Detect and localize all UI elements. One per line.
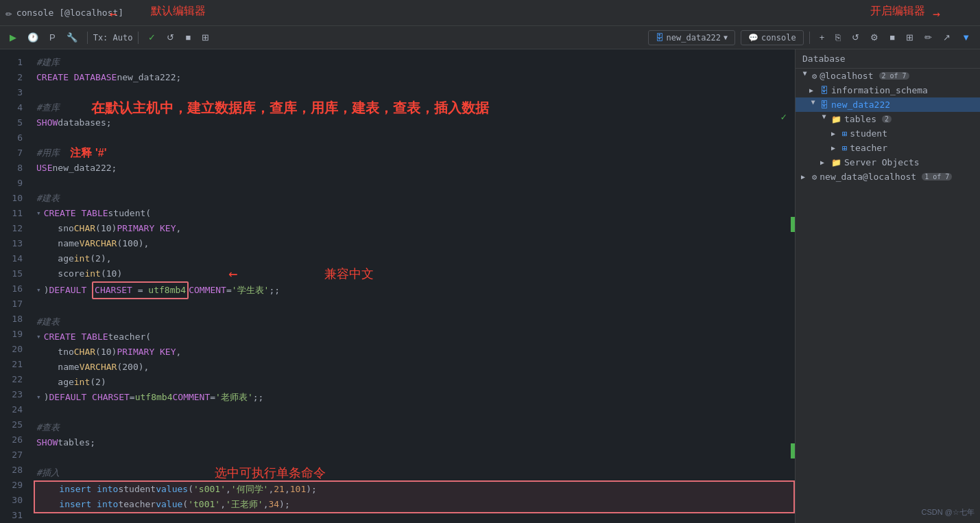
code-line-24	[36, 405, 795, 420]
divider2	[138, 32, 139, 44]
db-icon-tab1: 🗄	[656, 33, 664, 43]
db-filter-button[interactable]: ▼	[957, 30, 975, 45]
arrow-new-data222: ▶	[810, 101, 817, 109]
tree-item-server-objects[interactable]: ▶ 📁 Server Objects	[796, 155, 980, 170]
code-line-20: tno CHAR (10) PRIMARY KEY ,	[36, 345, 795, 360]
code-line-8: USE new_data222;	[36, 161, 795, 176]
code-line-2: CREATE DATABASE new_data222;	[36, 70, 795, 85]
tab2-label: console	[761, 33, 796, 43]
arrow-to-title: ←	[110, 6, 117, 21]
db-icon-info-schema: 🗄	[820, 86, 828, 95]
annotation-open-editor: 开启编辑器	[870, 4, 925, 19]
badge-tables: 2	[882, 115, 892, 123]
console-title: console [@localhost]	[16, 8, 124, 18]
code-line-3	[36, 85, 795, 100]
db-copy-button[interactable]: ⎘	[831, 30, 845, 45]
code-line-21: name VARCHAR (200),	[36, 360, 795, 375]
code-line-30: insert into teacher value ( 't001' , '王老…	[38, 497, 791, 512]
tx-label: Tx: Auto	[93, 33, 133, 43]
label-tables: tables	[844, 114, 876, 124]
code-line-29: insert into student values ( 's001' , '何…	[38, 482, 791, 497]
code-line-16: ▾ ) DEFAULT CHARSET = utf8mb4 COMMENT = …	[36, 281, 795, 299]
code-line-28: #插入 选中可执行单条命令	[36, 465, 795, 480]
annotation-select-run: 选中可执行单条命令	[215, 465, 326, 480]
code-line-1: #建库	[36, 55, 795, 70]
server-icon-new-data-localhost: ⚙	[812, 172, 817, 182]
table-icon-student: ⊞	[842, 129, 847, 139]
code-line-7: #用库 注释 '#'	[36, 146, 795, 161]
code-line-6	[36, 130, 795, 146]
db-config-button[interactable]: ⚙	[866, 30, 883, 45]
stop-button[interactable]: ■	[181, 30, 195, 45]
undo-button[interactable]: ↺	[163, 30, 178, 45]
code-line-5: SHOW databases;	[36, 115, 795, 130]
tab-console[interactable]: 💬 console	[741, 30, 804, 45]
label-teacher: teacher	[850, 143, 887, 153]
folder-icon-tables: 📁	[831, 115, 841, 124]
database-tree[interactable]: ▶ ⚙ @localhost 2 of 7 ▶ 🗄 information_sc…	[796, 69, 980, 523]
tree-item-information-schema[interactable]: ▶ 🗄 information_schema	[796, 83, 980, 97]
top-bar: ✏ console [@localhost] 默认编辑器 ← 开启编辑器 →	[0, 0, 980, 26]
code-line-23: ▾ ) DEFAULT CHARSET = utf8mb4 COMMENT = …	[36, 390, 795, 405]
code-lines: #建库 CREATE DATABASE new_data222; #查库 在默认…	[31, 49, 795, 523]
code-line-15: score int (10) ← 兼容中文	[36, 266, 795, 281]
selected-code-block: insert into student values ( 's001' , '何…	[34, 480, 795, 513]
folder-icon-server-objects: 📁	[831, 158, 841, 167]
code-line-12: sno CHAR (10) PRIMARY KEY ,	[36, 221, 795, 236]
tab-new-data222[interactable]: 🗄 new_data222 ▼	[648, 30, 736, 45]
label-new-data222: new_data222	[831, 100, 890, 110]
tree-item-localhost[interactable]: ▶ ⚙ @localhost 2 of 7	[796, 69, 980, 83]
arrow-tables: ▶	[821, 115, 828, 124]
tab1-arrow: ▼	[724, 34, 728, 41]
editor-area[interactable]: ✓ 12345 678910 1112131415 1617181920 212…	[0, 49, 795, 523]
db-refresh-button[interactable]: ↺	[848, 30, 863, 45]
console-icon-tab2: 💬	[748, 33, 758, 43]
wrench-button[interactable]: 🔧	[62, 30, 82, 45]
db-stop-button[interactable]: ■	[885, 30, 899, 45]
toolbar: ▶ 🕐 P 🔧 Tx: Auto ✓ ↺ ■ ⊞ 🗄 new_data222 ▼…	[0, 26, 980, 49]
p-button[interactable]: P	[45, 30, 60, 45]
code-line-4: #查库 在默认主机中，建立数据库，查库，用库，建表，查表，插入数据	[36, 100, 795, 115]
annotation-default-editor: 默认编辑器	[151, 4, 206, 19]
code-line-11: ▾ CREATE TABLE student(	[36, 206, 795, 221]
badge-localhost: 2 of 7	[879, 72, 909, 80]
code-line-31	[36, 513, 795, 523]
tree-item-new-data222[interactable]: ▶ 🗄 new_data222	[796, 97, 980, 112]
tree-item-new-data-localhost[interactable]: ▶ ⚙ new_data@localhost 1 of 7	[796, 170, 980, 184]
table-button[interactable]: ⊞	[198, 30, 213, 45]
db-export-button[interactable]: ↗	[939, 30, 955, 45]
tree-item-teacher[interactable]: ▶ ⊞ teacher	[796, 141, 980, 155]
tree-item-student[interactable]: ▶ ⊞ student	[796, 126, 980, 141]
db-icon-new-data222: 🗄	[820, 100, 828, 110]
code-line-10: #建表	[36, 191, 795, 206]
badge-new-data-localhost: 1 of 7	[922, 173, 952, 181]
code-line-25: #查表	[36, 420, 795, 435]
right-panel: Database ▶ ⚙ @localhost 2 of 7 ▶ 🗄 infor…	[795, 49, 980, 523]
code-line-14: age int (2),	[36, 251, 795, 266]
clock-button[interactable]: 🕐	[23, 30, 43, 45]
label-student: student	[850, 128, 887, 139]
label-localhost: @localhost	[820, 71, 873, 81]
code-line-13: name VARCHAR (100),	[36, 236, 795, 251]
run-button[interactable]: ▶	[5, 30, 21, 45]
arrow-teacher: ▶	[831, 144, 839, 152]
arrow-to-right-panel: →	[933, 6, 940, 21]
code-line-17	[36, 299, 795, 314]
arrow-info-schema: ▶	[809, 86, 817, 94]
db-header: Database	[796, 49, 980, 69]
table-icon-teacher: ⊞	[842, 143, 847, 153]
arrow-server-objects: ▶	[820, 159, 828, 166]
code-line-22: age int (2)	[36, 375, 795, 390]
tree-item-tables[interactable]: ▶ 📁 tables 2	[796, 112, 980, 126]
divider3	[809, 32, 810, 44]
main-content: ✓ 12345 678910 1112131415 1617181920 212…	[0, 49, 980, 523]
arrow-student: ▶	[831, 130, 839, 137]
db-add-button[interactable]: +	[815, 30, 829, 45]
label-new-data-localhost: new_data@localhost	[820, 172, 916, 182]
pencil-icon: ✏	[5, 6, 12, 19]
check-button[interactable]: ✓	[144, 30, 160, 45]
db-table-button[interactable]: ⊞	[902, 30, 918, 45]
label-info-schema: information_schema	[831, 85, 928, 95]
watermark: CSDN @☆七年	[922, 507, 975, 518]
db-edit-button[interactable]: ✏	[920, 30, 936, 45]
